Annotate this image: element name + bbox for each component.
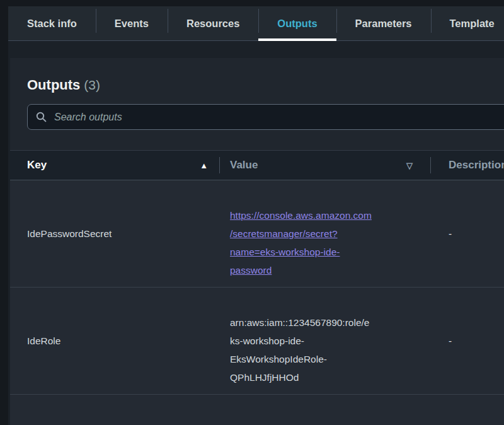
output-value-cell: https://d2cm17mep53jml.cloudf ront.net [219,395,430,425]
tab-resources[interactable]: Resources [168,6,258,40]
outputs-table: Key ▲ Value ▽ Descr [10,150,504,425]
stack-detail-page: Stack info Events Resources Outputs Para… [8,6,504,425]
tab-parameters[interactable]: Parameters [336,6,431,40]
page-title: Outputs(3) [27,76,504,94]
outputs-tab-content: Outputs(3) [8,41,504,425]
tab-label: Outputs [277,18,317,30]
search-input[interactable] [53,111,504,124]
output-key: IdeUrl [10,395,219,425]
output-description: - [430,180,504,288]
column-header-description[interactable]: Description [430,151,504,180]
tab-template[interactable]: Template [431,6,504,40]
table-row: IdePasswordSecret https://console.aws.am… [10,180,504,288]
search-icon [36,112,47,122]
stack-tabs: Stack info Events Resources Outputs Para… [8,6,504,41]
table-row: IdeUrl https://d2cm17mep53jml.cloudf ron… [10,395,504,425]
tab-label: Parameters [355,18,412,30]
tab-events[interactable]: Events [96,6,168,40]
tab-label: Template [450,18,495,30]
output-value-text: arn:aws:iam::1234567890:role/e ks-worksh… [230,317,369,383]
output-key: IdeRole [10,288,219,395]
output-value-link[interactable]: https://console.aws.amazon.com /secretsm… [230,210,372,276]
tab-label: Stack info [27,18,77,30]
panel-count-badge: (3) [84,78,100,92]
tab-label: Resources [186,18,239,30]
output-description: - [430,395,504,425]
table-row: IdeRole arn:aws:iam::1234567890:role/e k… [10,288,504,395]
outputs-panel: Outputs(3) [10,58,504,425]
column-header-key[interactable]: Key ▲ [10,151,219,180]
outputs-panel-header: Outputs(3) [10,58,504,130]
output-key: IdePasswordSecret [10,180,219,288]
column-label: Key [27,159,47,172]
column-label: Value [230,159,258,172]
table-header-row: Key ▲ Value ▽ Descr [10,151,504,180]
tab-label: Events [115,18,149,30]
panel-title-text: Outputs [27,77,80,93]
output-value-cell: https://console.aws.amazon.com /secretsm… [219,180,430,288]
tab-outputs[interactable]: Outputs [258,6,336,40]
output-description: - [430,288,504,395]
cloudformation-stack-screen: Stack info Events Resources Outputs Para… [0,0,504,425]
column-label: Description [449,159,504,171]
output-value-cell: arn:aws:iam::1234567890:role/e ks-worksh… [219,288,430,395]
sort-ascending-icon: ▲ [200,161,208,170]
sort-descending-icon: ▽ [406,161,413,170]
column-header-value[interactable]: Value ▽ [219,151,430,180]
tab-stack-info[interactable]: Stack info [8,6,96,40]
search-box [27,104,504,130]
